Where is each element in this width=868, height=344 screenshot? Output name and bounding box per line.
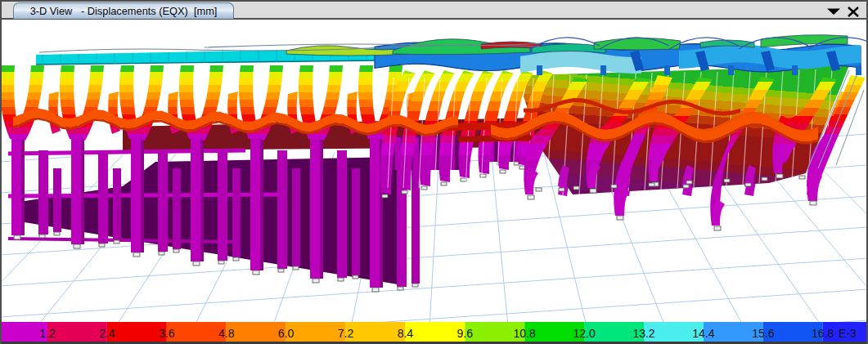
svg-text:15.6: 15.6 <box>752 327 774 340</box>
svg-text:4.8: 4.8 <box>218 327 235 340</box>
svg-text:3.6: 3.6 <box>159 327 175 340</box>
svg-text:2.4: 2.4 <box>99 327 115 340</box>
svg-text:12.0: 12.0 <box>573 327 595 340</box>
svg-text:9.6: 9.6 <box>457 327 474 340</box>
svg-text:1.2: 1.2 <box>39 327 56 340</box>
svg-text:6.0: 6.0 <box>278 327 295 340</box>
svg-text:16.8: 16.8 <box>812 327 834 340</box>
svg-text:8.4: 8.4 <box>398 327 414 340</box>
svg-text:E-3: E-3 <box>839 327 857 340</box>
svg-text:13.2: 13.2 <box>632 327 654 340</box>
svg-text:10.8: 10.8 <box>514 327 536 340</box>
svg-text:7.2: 7.2 <box>338 327 354 340</box>
svg-text:14.4: 14.4 <box>692 327 714 340</box>
